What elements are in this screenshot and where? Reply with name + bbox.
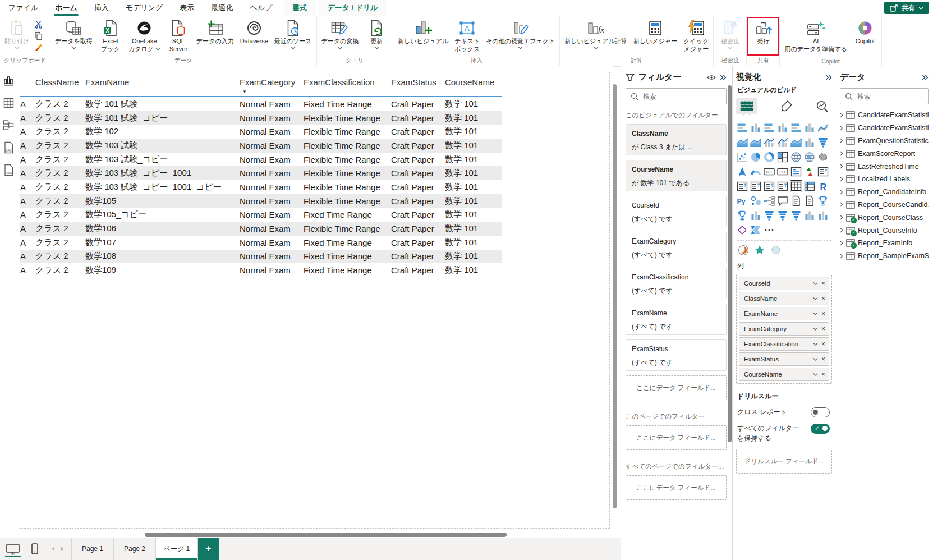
table-row[interactable]: Aクラス 2数学 103 試験_コピー_1001Normal ExamFlexi… xyxy=(20,166,502,180)
remove-field-icon[interactable]: × xyxy=(821,355,825,363)
eye-icon[interactable] xyxy=(707,75,716,80)
visual-calculation-group-icon[interactable] xyxy=(750,209,762,222)
chevron-right-icon[interactable] xyxy=(840,138,843,143)
column-header-ExamCategory[interactable]: ExamCategory▼ xyxy=(240,77,304,92)
table-row[interactable]: Aクラス 2数学 103 試験Normal ExamFlexible Time … xyxy=(20,139,502,153)
remove-field-icon[interactable]: × xyxy=(821,310,825,318)
chevron-right-icon[interactable] xyxy=(840,164,843,169)
canvas-horizontal-scrollbar[interactable] xyxy=(145,533,507,537)
visual-slicer-icon[interactable] xyxy=(817,166,829,178)
visual-qna-icon[interactable] xyxy=(776,195,789,207)
visual-scatter-chart-icon[interactable] xyxy=(736,151,748,163)
filter-pane-scrollbar[interactable] xyxy=(728,85,732,442)
collapse-data-pane-icon[interactable] xyxy=(922,75,929,80)
table-row[interactable]: Aクラス 2数学107Normal ExamFixed Time RangeCr… xyxy=(20,236,502,250)
visual-azure-map-icon[interactable] xyxy=(736,166,748,178)
filter-card-ExamStatus[interactable]: ExamStatus(すべて) です xyxy=(626,339,727,371)
page-tab-Page 2[interactable]: Page 2 xyxy=(114,538,156,560)
cut-button[interactable] xyxy=(34,20,43,29)
format-visual-icon[interactable] xyxy=(780,100,793,112)
chevron-right-icon[interactable] xyxy=(840,113,843,118)
visual-key-influencers-icon[interactable] xyxy=(750,195,762,207)
visual-decomposition-tree-icon[interactable] xyxy=(763,195,775,207)
tab-data-drill[interactable]: データ / ドリル xyxy=(319,0,386,16)
new-visual-calculation-button[interactable]: fx新しいビジュアル計算 xyxy=(562,17,630,56)
chevron-right-icon[interactable] xyxy=(840,126,843,131)
data-table-item[interactable]: ExamScoreReport xyxy=(840,147,929,160)
visual-donut-chart-icon[interactable] xyxy=(763,151,775,163)
visual-power-automate-icon[interactable] xyxy=(750,224,762,236)
chevron-right-icon[interactable] xyxy=(840,215,843,220)
get-data-button[interactable]: データを取得 xyxy=(52,17,95,56)
new-visual-button[interactable]: 新しいビジュアル xyxy=(395,17,451,56)
filter-card-CourseId[interactable]: CourseId(すべて) です xyxy=(626,196,727,227)
field-pill-ExamClassification[interactable]: ExamClassification× xyxy=(739,337,829,351)
filter-card-ExamClassification[interactable]: ExamClassification(すべて) です xyxy=(626,268,727,299)
chevron-down-icon[interactable] xyxy=(813,343,818,346)
tab-home[interactable]: ホーム xyxy=(47,0,86,16)
remove-field-icon[interactable]: × xyxy=(821,279,825,287)
filter-card-ClassName[interactable]: ClassNameが Class 3 または ... xyxy=(626,124,727,155)
visual-paginated-report-icon[interactable] xyxy=(803,195,816,207)
visual-shape-map-icon[interactable] xyxy=(817,151,829,163)
visual-r-script-visual-icon[interactable]: R xyxy=(817,180,829,192)
visual-kpi-icon[interactable] xyxy=(803,166,816,178)
data-table-item[interactable]: CandidateExamStatisti... xyxy=(840,109,929,122)
visual-funnel-chart-icon[interactable] xyxy=(817,136,829,149)
chevron-right-icon[interactable] xyxy=(840,228,843,233)
tab-view[interactable]: 表示 xyxy=(171,0,203,16)
tab-file[interactable]: ファイル xyxy=(0,0,47,16)
visual-new-card-icon[interactable]: 123 xyxy=(776,166,789,178)
copilot-button[interactable]: Copilot xyxy=(851,17,880,57)
filter-card-CourseName[interactable]: CourseNameが 数学 101 である xyxy=(626,160,727,191)
collapse-visualizations-pane-icon[interactable] xyxy=(825,75,832,80)
prepare-data-for-ai-button[interactable]: AI用のデータを準備する xyxy=(782,17,850,57)
sql-server-button[interactable]: SQLServer xyxy=(164,17,193,56)
column-header-row-label[interactable] xyxy=(20,77,35,92)
recent-sources-button[interactable]: 最近のソース xyxy=(272,17,315,56)
chevron-right-icon[interactable] xyxy=(840,241,843,246)
collapse-filter-pane-icon[interactable] xyxy=(720,75,727,80)
visual-custom-visual-2-icon[interactable] xyxy=(753,244,766,256)
column-header-ExamClassification[interactable]: ExamClassification xyxy=(304,77,391,92)
table-row[interactable]: Aクラス 2数学105_コピーNormal ExamFixed Time Ran… xyxy=(20,208,502,222)
filter-card-ExamCategory[interactable]: ExamCategory(すべて) です xyxy=(626,232,727,263)
share-button[interactable]: 共有 xyxy=(884,2,929,14)
visual-treemap-icon[interactable] xyxy=(776,151,789,163)
filter-card-ExamName[interactable]: ExamName(すべて) です xyxy=(626,304,727,335)
visual-matrix-icon[interactable] xyxy=(803,180,816,192)
field-pill-ExamName[interactable]: ExamName× xyxy=(739,307,829,320)
table-row[interactable]: Aクラス 2数学105Normal ExamFlexible Time Rang… xyxy=(20,194,502,208)
report-canvas[interactable]: ClassNameExamNameExamCategory▼ExamClassi… xyxy=(17,66,613,538)
columns-field-well[interactable]: CourseId×ClassName×ExamName×ExamCategory… xyxy=(736,274,832,384)
visual-line-and-clustered-column-chart-icon[interactable] xyxy=(776,136,789,149)
visual-text-slicer-icon[interactable] xyxy=(763,180,775,192)
more-visuals-button[interactable]: その他の視覚エフェクト xyxy=(483,17,558,56)
visual-hundred-percent-stacked-column-chart-icon[interactable] xyxy=(803,122,816,134)
chevron-down-icon[interactable] xyxy=(813,328,818,331)
visual-clustered-column-chart-icon[interactable] xyxy=(776,122,789,134)
sidebar-item-model-view[interactable] xyxy=(2,119,15,131)
chevron-right-icon[interactable] xyxy=(840,202,843,207)
visual-metrics-icon[interactable] xyxy=(817,195,829,207)
data-table-item[interactable]: ✓Report_CourseInfo xyxy=(840,224,929,237)
data-search-input[interactable] xyxy=(856,92,923,101)
add-data-field-placeholder[interactable]: ここにデータ フィールド... xyxy=(626,475,727,500)
filter-search-input[interactable] xyxy=(642,92,721,101)
visual-table-icon[interactable] xyxy=(790,180,802,192)
table-row[interactable]: Aクラス 2数学106Normal ExamFlexible Time Rang… xyxy=(20,222,502,236)
chevron-right-icon[interactable] xyxy=(840,177,843,182)
canvas-vertical-scrollbar[interactable] xyxy=(613,84,617,508)
visual-gauge-icon[interactable] xyxy=(750,166,762,178)
visual-stacked-column-chart-icon[interactable] xyxy=(750,122,762,134)
page-tab-Page 1[interactable]: Page 1 xyxy=(71,538,114,560)
next-page-icon[interactable] xyxy=(61,546,65,552)
add-data-field-placeholder[interactable]: ここにデータ フィールド... xyxy=(626,425,727,450)
mobile-view-icon[interactable] xyxy=(26,538,44,560)
remove-field-icon[interactable]: × xyxy=(821,370,825,378)
table-row[interactable]: Aクラス 2数学108Normal ExamFixed Time RangeCr… xyxy=(20,250,502,264)
visual-card-icon[interactable]: 123 xyxy=(763,166,775,178)
chevron-right-icon[interactable] xyxy=(840,254,843,259)
field-pill-CourseId[interactable]: CourseId× xyxy=(739,277,829,290)
visual-lightning-filter-icon[interactable] xyxy=(763,209,775,222)
